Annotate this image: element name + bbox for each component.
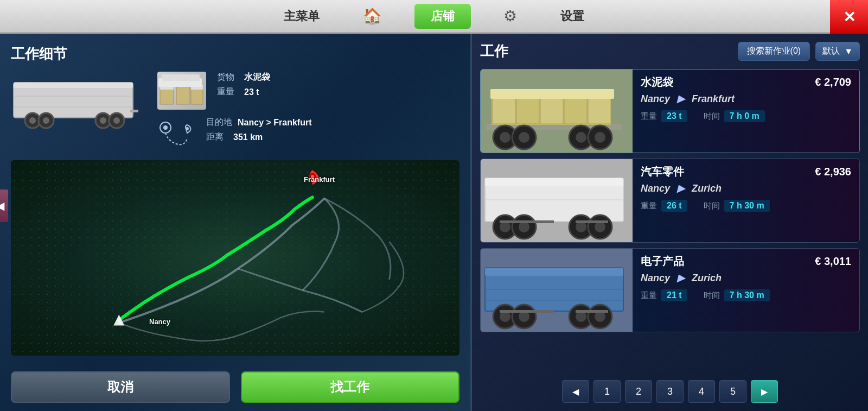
- weight-value-2: 26 t: [661, 200, 687, 212]
- route-arrow-1: ▶: [677, 93, 687, 104]
- default-label: 默认: [822, 46, 840, 57]
- cargo-icon-area: 货物 水泥袋 重量 23 t: [157, 72, 459, 110]
- map-area: Nancy Frankfurt: [11, 160, 459, 356]
- weight-label-2: 重量: [641, 201, 657, 211]
- svg-rect-12: [130, 110, 138, 112]
- cargo-image: [157, 72, 206, 110]
- top-navigation: 主菜单 🏠 店铺 ⚙ 设置 ✕: [0, 0, 868, 34]
- job-name-2: 汽车零件: [641, 165, 684, 179]
- svg-rect-47: [485, 178, 623, 186]
- info-section: 货物 水泥袋 重量 23 t: [11, 72, 459, 155]
- job-price-3: € 3,011: [815, 255, 851, 268]
- job-to-1: Frankfurt: [692, 93, 735, 104]
- page-1-button[interactable]: 1: [593, 380, 621, 403]
- location-info-rows: 目的地 Nancy > Frankfurt 距离 351 km: [206, 117, 311, 143]
- job-time-2: 时间 7 h 30 m: [704, 200, 770, 212]
- job-time-1: 时间 7 h 0 m: [704, 110, 765, 122]
- nancy-label: Nancy: [149, 318, 170, 326]
- svg-rect-72: [500, 310, 554, 313]
- time-value-2: 7 h 30 m: [724, 200, 770, 212]
- weight-row: 重量 23 t: [217, 86, 270, 98]
- job-name-3: 电子产品: [641, 254, 684, 269]
- svg-rect-31: [493, 98, 515, 124]
- main-container: 工作细节: [0, 34, 868, 411]
- job-image-2: [481, 159, 633, 242]
- job-card-1[interactable]: ◀ 水泥袋 € 2,709 Nancy ▶ Frankfurt 重量: [480, 69, 860, 153]
- cancel-button[interactable]: 取消: [11, 371, 230, 403]
- svg-rect-34: [564, 98, 587, 124]
- bottom-buttons: 取消 找工作: [11, 371, 459, 403]
- job-weight-1: 重量 23 t: [641, 110, 687, 122]
- job-from-1: Nancy: [641, 93, 670, 104]
- job-details-1: 重量 23 t 时间 7 h 0 m: [641, 110, 851, 122]
- shop-nav[interactable]: 店铺: [414, 4, 471, 29]
- svg-rect-61: [485, 268, 623, 276]
- job-route-3: Nancy ▶ Zurich: [641, 272, 851, 284]
- job-info-2: 汽车零件 € 2,936 Nancy ▶ Zurich 重量 26 t: [633, 159, 859, 242]
- destination-label: 目的地: [206, 117, 232, 128]
- pagination: ◀ 1 2 3 4 5 ▶: [480, 380, 860, 403]
- job-from-2: Nancy: [641, 183, 670, 194]
- svg-point-7: [43, 117, 49, 124]
- job-route-2: Nancy ▶ Zurich: [641, 182, 851, 194]
- job-card-2[interactable]: 汽车零件 € 2,936 Nancy ▶ Zurich 重量 26 t: [480, 159, 860, 243]
- destination-value: Nancy > Frankfurt: [238, 118, 311, 128]
- job-price-2: € 2,936: [815, 166, 851, 178]
- svg-rect-20: [162, 74, 200, 81]
- home-icon[interactable]: 🏠: [363, 7, 382, 25]
- svg-rect-13: [160, 88, 174, 104]
- job-info-3: 电子产品 € 3,011 Nancy ▶ Zurich 重量 21 t: [633, 249, 859, 332]
- job-details-3: 重量 21 t 时间 7 h 30 m: [641, 289, 851, 301]
- svg-rect-35: [588, 98, 611, 124]
- distance-value: 351 km: [233, 132, 263, 142]
- next-page-button[interactable]: ▶: [751, 380, 778, 403]
- settings-nav[interactable]: 设置: [550, 4, 595, 29]
- svg-rect-57: [500, 220, 554, 223]
- route-arrow-2: ▶: [677, 183, 687, 194]
- time-value-3: 7 h 30 m: [724, 289, 770, 301]
- nav-items: 主菜单 🏠 店铺 ⚙ 设置: [0, 4, 868, 29]
- svg-point-9: [100, 117, 106, 124]
- weight-value-3: 21 t: [661, 289, 687, 301]
- weight-value-1: 23 t: [661, 110, 687, 122]
- svg-rect-73: [576, 310, 608, 313]
- job-to-3: Zurich: [692, 273, 722, 283]
- job-to-2: Zurich: [692, 183, 722, 194]
- job-header-1: 水泥袋 € 2,709: [641, 75, 851, 90]
- job-time-3: 时间 7 h 30 m: [704, 289, 770, 301]
- svg-point-5: [29, 117, 36, 124]
- location-icon: [157, 117, 195, 155]
- main-menu-nav[interactable]: 主菜单: [273, 4, 330, 29]
- search-jobs-button[interactable]: 搜索新作业(0): [738, 42, 810, 61]
- svg-point-42: [576, 132, 586, 143]
- right-panel: 工作 搜索新作业(0) 默认 ▼: [472, 34, 868, 411]
- job-header-3: 电子产品 € 3,011: [641, 254, 851, 269]
- job-details-2: 重量 26 t 时间 7 h 30 m: [641, 200, 851, 212]
- find-job-button[interactable]: 找工作: [241, 371, 460, 403]
- page-4-button[interactable]: 4: [688, 380, 715, 403]
- cargo-label: 货物: [217, 72, 239, 83]
- prev-page-button[interactable]: ◀: [562, 380, 589, 403]
- job-weight-3: 重量 21 t: [641, 289, 687, 301]
- time-value-1: 7 h 0 m: [724, 110, 765, 122]
- jobs-list: ◀ 水泥袋 € 2,709 Nancy ▶ Frankfurt 重量: [480, 69, 860, 375]
- svg-point-11: [113, 117, 120, 124]
- page-3-button[interactable]: 3: [656, 380, 684, 403]
- job-route-1: Nancy ▶ Frankfurt: [641, 93, 851, 105]
- svg-rect-36: [490, 89, 614, 99]
- svg-point-22: [163, 125, 168, 130]
- job-card-3[interactable]: 电子产品 € 3,011 Nancy ▶ Zurich 重量 21 t: [480, 248, 860, 332]
- left-panel-title: 工作细节: [11, 45, 459, 64]
- distance-row: 距离 351 km: [206, 131, 311, 143]
- route-arrow-3: ▶: [677, 273, 687, 283]
- page-5-button[interactable]: 5: [719, 380, 746, 403]
- svg-rect-58: [576, 220, 608, 223]
- page-2-button[interactable]: 2: [625, 380, 652, 403]
- weight-value: 23 t: [244, 87, 259, 97]
- default-dropdown[interactable]: 默认 ▼: [815, 42, 860, 61]
- job-info-1: 水泥袋 € 2,709 Nancy ▶ Frankfurt 重量 23 t: [633, 69, 859, 153]
- truck-illustration: [11, 72, 146, 131]
- left-panel: 工作细节: [0, 34, 472, 411]
- settings-icon[interactable]: ⚙: [503, 7, 517, 25]
- close-button[interactable]: ✕: [830, 0, 868, 34]
